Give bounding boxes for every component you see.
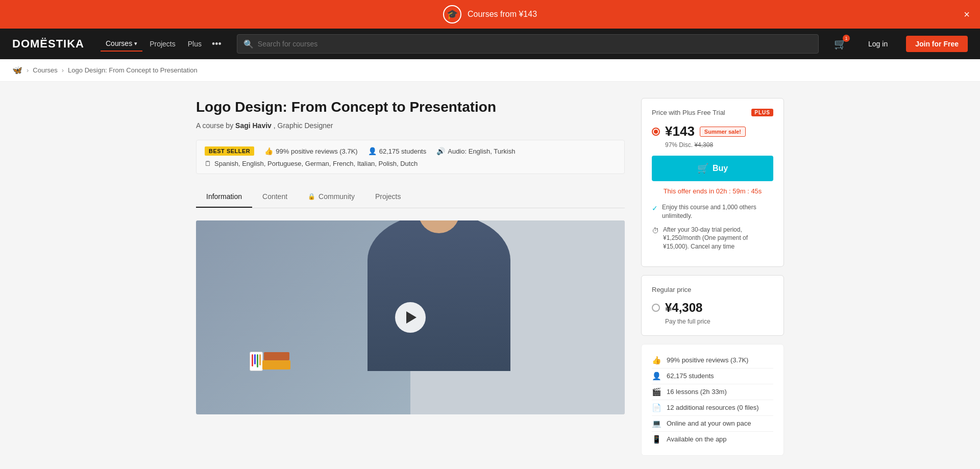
badge-row-top: BEST SELLER 👍 99% positive reviews (3.7K… xyxy=(205,146,616,156)
home-icon[interactable]: 🦋 xyxy=(12,65,22,75)
play-button[interactable] xyxy=(395,302,426,333)
breadcrumb-current: Logo Design: From Concept to Presentatio… xyxy=(68,66,198,74)
radio-inner xyxy=(654,130,658,134)
students-stat-icon: 👤 xyxy=(652,372,662,381)
logo[interactable]: DOMËSTIKA xyxy=(12,37,84,51)
resources-stat-icon: 📄 xyxy=(652,403,662,412)
banner-text: Courses from ¥143 xyxy=(468,10,537,19)
students-badge: 👤 62,175 students xyxy=(368,147,427,155)
main-content: Logo Design: From Concept to Presentatio… xyxy=(184,82,796,469)
plus-card-title: Price with Plus Free Trial xyxy=(652,109,725,116)
courses-chevron-icon: ▾ xyxy=(134,40,137,47)
header: DOMËSTIKA Courses ▾ Projects Plus ••• 🔍 … xyxy=(0,29,980,59)
original-price: ¥4,308 xyxy=(694,141,713,149)
breadcrumb-sep2: › xyxy=(62,66,64,74)
course-subtitle: A course by Sagi Haviv , Graphic Designe… xyxy=(196,121,625,130)
bestseller-badge: BEST SELLER xyxy=(205,146,254,156)
banner-content: 🎓 Courses from ¥143 xyxy=(443,5,537,23)
book1 xyxy=(262,360,290,369)
instructor-body xyxy=(368,220,510,371)
course-info-bar: BEST SELLER 👍 99% positive reviews (3.7K… xyxy=(196,140,625,174)
regular-price-value: ¥4,308 xyxy=(665,301,702,315)
plus-price: ¥143 xyxy=(665,124,695,139)
stat-lessons: 🎬 16 lessons (2h 33m) xyxy=(652,384,773,400)
search-bar[interactable]: 🔍 xyxy=(237,34,819,54)
plus-price-card: Price with Plus Free Trial PLUS ¥143 Sum… xyxy=(641,98,784,267)
audio-icon: 🔊 xyxy=(436,147,445,155)
plus-card-header: Price with Plus Free Trial PLUS xyxy=(652,109,773,116)
languages-row: 🗒 Spanish, English, Portuguese, German, … xyxy=(205,160,616,167)
stat-resources: 📄 12 additional resources (0 files) xyxy=(652,400,773,416)
cart-icon: 🛒 xyxy=(697,163,708,174)
stats-list: 👍 99% positive reviews (3.7K) 👤 62,175 s… xyxy=(641,344,784,456)
main-nav: Courses ▾ Projects Plus ••• xyxy=(101,36,225,53)
regular-price-row: ¥4,308 xyxy=(652,301,773,315)
stat-students: 👤 62,175 students xyxy=(652,368,773,384)
breadcrumb-sep1: › xyxy=(27,66,29,74)
search-icon: 🔍 xyxy=(243,39,254,49)
offer-timer: This offer ends in 02h : 59m : 45s xyxy=(652,187,773,195)
stat-online: 💻 Online and at your own pace xyxy=(652,416,773,432)
top-banner: 🎓 Courses from ¥143 × xyxy=(0,0,980,29)
video-background xyxy=(196,220,625,414)
reviews-badge: 👍 99% positive reviews (3.7K) xyxy=(264,147,357,155)
price-row: ¥143 Summer sale! xyxy=(652,124,773,139)
online-stat-icon: 💻 xyxy=(652,419,662,428)
discount-row: 97% Disc. ¥4,308 xyxy=(652,141,773,149)
course-title: Logo Design: From Concept to Presentatio… xyxy=(196,98,625,116)
check-icon: ✓ xyxy=(652,204,658,214)
nav-projects[interactable]: Projects xyxy=(144,37,181,51)
regular-price-card: Regular price ¥4,308 Pay the full price xyxy=(641,275,784,336)
stat-app: 📱 Available on the app xyxy=(652,432,773,447)
login-button[interactable]: Log in xyxy=(862,37,894,51)
nav-plus[interactable]: Plus xyxy=(183,37,207,51)
breadcrumb-courses[interactable]: Courses xyxy=(33,66,57,74)
tab-content[interactable]: Content xyxy=(252,186,298,208)
regular-price-label: Regular price xyxy=(652,286,773,293)
app-stat-icon: 📱 xyxy=(652,435,662,444)
language-icon: 🗒 xyxy=(205,160,211,167)
search-input[interactable] xyxy=(258,40,812,48)
students-icon: 👤 xyxy=(368,147,377,155)
play-icon xyxy=(406,311,416,324)
reviews-stat-icon: 👍 xyxy=(652,356,662,365)
course-main: Logo Design: From Concept to Presentatio… xyxy=(196,98,625,456)
breadcrumb: 🦋 › Courses › Logo Design: From Concept … xyxy=(0,59,980,82)
cart-badge: 1 xyxy=(843,35,850,42)
stat-reviews: 👍 99% positive reviews (3.7K) xyxy=(652,353,773,368)
lock-icon: 🔒 xyxy=(308,193,315,200)
plus-badge: PLUS xyxy=(751,109,773,116)
course-video[interactable] xyxy=(196,220,625,414)
cart-button[interactable]: 🛒 1 xyxy=(831,35,850,53)
course-author[interactable]: Sagi Haviv xyxy=(235,121,272,130)
summer-sale-tag: Summer sale! xyxy=(700,127,746,137)
instructor-head xyxy=(419,220,459,233)
banner-icon: 🎓 xyxy=(443,5,461,23)
buy-button[interactable]: 🛒 Buy xyxy=(652,156,773,181)
tab-community[interactable]: 🔒 Community xyxy=(298,186,365,208)
tab-information[interactable]: Information xyxy=(196,186,252,208)
audio-badge: 🔊 Audio: English, Turkish xyxy=(436,147,515,155)
banner-close-button[interactable]: × xyxy=(964,9,970,20)
nav-more[interactable]: ••• xyxy=(209,36,225,53)
tab-projects[interactable]: Projects xyxy=(365,186,411,208)
regular-price-desc: Pay the full price xyxy=(652,318,773,325)
pencil-cup xyxy=(250,352,263,371)
nav-courses[interactable]: Courses ▾ xyxy=(101,36,142,52)
price-radio-selected[interactable] xyxy=(652,128,660,136)
lessons-stat-icon: 🎬 xyxy=(652,387,662,397)
benefit1: ✓ Enjoy this course and 1,000 others unl… xyxy=(652,203,773,220)
thumbs-up-icon: 👍 xyxy=(264,147,273,155)
book2 xyxy=(264,352,289,360)
pricing-sidebar: Price with Plus Free Trial PLUS ¥143 Sum… xyxy=(641,98,784,456)
regular-radio[interactable] xyxy=(652,304,660,312)
course-tabs: Information Content 🔒 Community Projects xyxy=(196,186,625,208)
benefit2: ⏱ After your 30-day trial period, ¥1,250… xyxy=(652,226,773,251)
join-button[interactable]: Join for Free xyxy=(906,36,968,52)
clock-icon: ⏱ xyxy=(652,226,659,236)
